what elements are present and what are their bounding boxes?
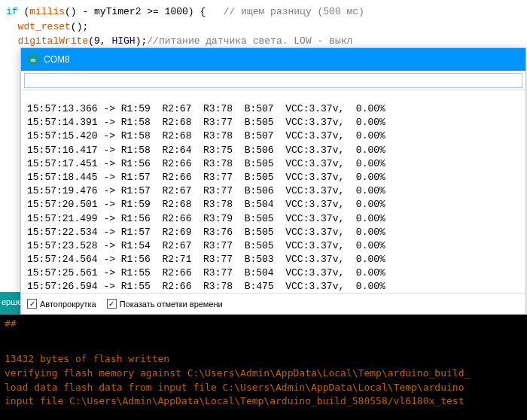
serial-monitor-window: ∞ COM8 15:57:13.366 -> R1:59 R2:67 R3:78… (20, 47, 526, 315)
code-text: () - myTimer2 >= 1000) { (65, 6, 224, 17)
code-text: ( (18, 6, 30, 17)
serial-footer: ✓ Автопрокрутка ✓ Показать отметки време… (21, 293, 525, 314)
checkbox-icon: ✓ (27, 299, 37, 309)
serial-title: COM8 (44, 54, 70, 65)
timestamps-checkbox[interactable]: ✓ Показать отметки времени (107, 299, 223, 309)
code-editor[interactable]: if (millis() - myTimer2 >= 1000) { // ищ… (0, 0, 527, 53)
code-text (6, 35, 18, 47)
code-comment: //питание датчика света. LOW - выкл (147, 35, 352, 47)
serial-input-row (21, 71, 525, 90)
console-line: load data flash data from input file C:\… (5, 382, 464, 393)
serial-titlebar[interactable]: ∞ COM8 (21, 48, 525, 71)
code-const: HIGH (111, 35, 135, 47)
compile-console[interactable]: 13432 bytes of flash written verifying f… (0, 333, 527, 420)
console-divider: ## (0, 315, 527, 333)
console-line: verifying flash memory against C:\Users\… (5, 367, 470, 379)
code-text: (9, (88, 35, 111, 47)
code-comment: // ищем разницу (500 мс) (224, 6, 364, 17)
serial-output[interactable]: 15:57:13.366 -> R1:59 R2:67 R3:78 B:507 … (21, 99, 525, 293)
autoscroll-label: Автопрокрутка (40, 300, 96, 309)
code-text: (); (71, 21, 88, 32)
code-func: wdt_reset (18, 21, 71, 32)
console-line: 13432 bytes of flash written (5, 353, 169, 364)
arduino-icon: ∞ (27, 53, 39, 65)
autoscroll-checkbox[interactable]: ✓ Автопрокрутка (27, 299, 96, 309)
status-bar: ерше (0, 292, 20, 315)
code-func: millis (29, 6, 65, 17)
checkbox-icon: ✓ (107, 299, 117, 309)
code-func: digitalWrite (18, 35, 89, 47)
code-kw: if (6, 6, 18, 17)
console-line: input file C:\Users\Admin\AppData\Local\… (5, 395, 464, 406)
serial-input[interactable] (24, 73, 522, 88)
code-text (6, 21, 18, 32)
timestamps-label: Показать отметки времени (120, 300, 223, 309)
code-text: ); (136, 35, 148, 47)
